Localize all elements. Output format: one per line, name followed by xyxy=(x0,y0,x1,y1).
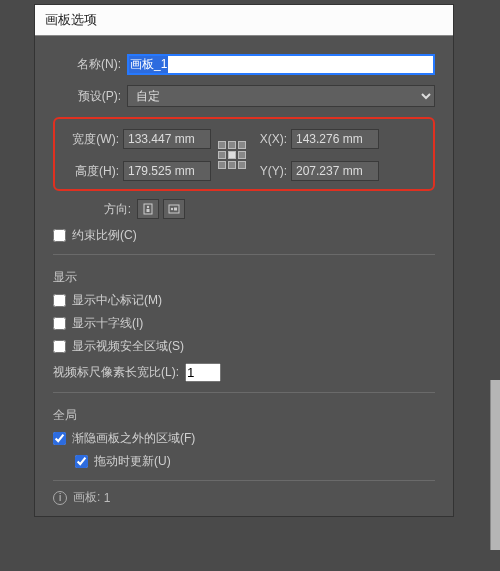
show-center-mark-checkbox[interactable]: 显示中心标记(M) xyxy=(53,292,435,309)
artboard-count-value: 1 xyxy=(104,491,111,505)
dialog-title: 画板选项 xyxy=(35,5,453,36)
landscape-icon xyxy=(168,204,180,214)
y-label: Y(Y): xyxy=(251,164,291,178)
cross-label: 显示十字线(I) xyxy=(72,315,143,332)
svg-point-4 xyxy=(171,208,173,210)
refpoint-br[interactable] xyxy=(238,161,246,169)
refpoint-bc[interactable] xyxy=(228,161,236,169)
constrain-label: 约束比例(C) xyxy=(72,227,137,244)
refpoint-mr[interactable] xyxy=(238,151,246,159)
drag-cb[interactable] xyxy=(75,455,88,468)
info-icon: i xyxy=(53,491,67,505)
refpoint-bl[interactable] xyxy=(218,161,226,169)
separator xyxy=(53,254,435,255)
preset-label: 预设(P): xyxy=(53,88,121,105)
separator xyxy=(53,392,435,393)
safe-cb[interactable] xyxy=(53,340,66,353)
preset-select[interactable]: 自定 xyxy=(127,85,435,107)
refpoint-tc[interactable] xyxy=(228,141,236,149)
height-label: 高度(H): xyxy=(63,163,123,180)
show-video-safe-checkbox[interactable]: 显示视频安全区域(S) xyxy=(53,338,435,355)
constrain-proportions-checkbox[interactable]: 约束比例(C) xyxy=(53,227,435,244)
svg-rect-5 xyxy=(174,208,177,211)
x-label: X(X): xyxy=(251,132,291,146)
name-input[interactable]: 画板_1 xyxy=(127,54,435,75)
width-input[interactable] xyxy=(123,129,211,149)
name-label: 名称(N): xyxy=(53,56,121,73)
x-input[interactable] xyxy=(291,129,379,149)
orientation-label: 方向: xyxy=(53,201,131,218)
refpoint-tr[interactable] xyxy=(238,141,246,149)
artboard-count-label: 画板: xyxy=(73,489,100,506)
svg-rect-2 xyxy=(147,209,150,212)
display-section-title: 显示 xyxy=(53,269,435,286)
orientation-landscape-button[interactable] xyxy=(163,199,185,219)
svg-point-1 xyxy=(147,206,149,208)
ratio-label: 视频标尺像素长宽比(L): xyxy=(53,364,179,381)
global-section-title: 全局 xyxy=(53,407,435,424)
reference-point-grid[interactable] xyxy=(213,141,251,169)
right-panel-sliver xyxy=(490,380,500,550)
safe-label: 显示视频安全区域(S) xyxy=(72,338,184,355)
portrait-icon xyxy=(143,203,153,215)
fade-label: 渐隐画板之外的区域(F) xyxy=(72,430,195,447)
refpoint-ml[interactable] xyxy=(218,151,226,159)
update-on-drag-checkbox[interactable]: 拖动时更新(U) xyxy=(75,453,435,470)
dimensions-highlight: 宽度(W): X(X): xyxy=(53,117,435,191)
separator xyxy=(53,480,435,481)
drag-label: 拖动时更新(U) xyxy=(94,453,171,470)
cross-cb[interactable] xyxy=(53,317,66,330)
fade-cb[interactable] xyxy=(53,432,66,445)
orientation-portrait-button[interactable] xyxy=(137,199,159,219)
show-crosshairs-checkbox[interactable]: 显示十字线(I) xyxy=(53,315,435,332)
refpoint-mc[interactable] xyxy=(228,151,236,159)
constrain-cb[interactable] xyxy=(53,229,66,242)
center-mark-label: 显示中心标记(M) xyxy=(72,292,162,309)
width-label: 宽度(W): xyxy=(63,131,123,148)
fade-outside-checkbox[interactable]: 渐隐画板之外的区域(F) xyxy=(53,430,435,447)
height-input[interactable] xyxy=(123,161,211,181)
y-input[interactable] xyxy=(291,161,379,181)
ratio-input[interactable] xyxy=(185,363,221,382)
refpoint-tl[interactable] xyxy=(218,141,226,149)
name-input-value: 画板_1 xyxy=(129,56,168,73)
artboard-options-dialog: 画板选项 名称(N): 画板_1 预设(P): 自定 宽度(W): xyxy=(34,4,454,517)
center-mark-cb[interactable] xyxy=(53,294,66,307)
